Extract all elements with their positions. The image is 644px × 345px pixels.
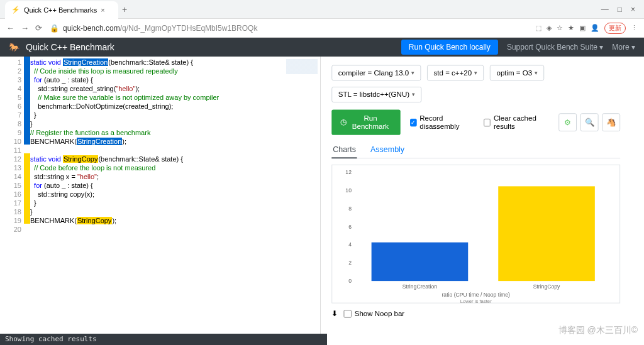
optim-select[interactable]: optim = O3 xyxy=(490,65,544,80)
line-gutter: 1234567891011121314151617181920 xyxy=(0,57,24,234)
extension-icon[interactable]: ⬚ xyxy=(535,24,541,32)
chart-axis-subtitle: Lower is faster xyxy=(332,298,619,304)
lock-icon: 🔒 xyxy=(50,24,59,33)
browser-titlebar: ⚡ Quick C++ Benchmarks × + — □ × xyxy=(0,0,644,19)
godbolt-icon[interactable]: ⚙ xyxy=(558,113,577,131)
back-icon[interactable]: ← xyxy=(6,23,14,33)
code-editor[interactable]: 1234567891011121314151617181920 static v… xyxy=(0,57,321,334)
tab-favicon: ⚡ xyxy=(11,6,20,14)
stopwatch-icon: ◷ xyxy=(340,118,347,126)
record-disassembly-checkbox[interactable]: ✓Record disassembly xyxy=(410,114,474,131)
watermark: 博客园 @木三百川© xyxy=(558,325,638,336)
minimap[interactable] xyxy=(286,59,318,84)
results-panel: compiler = Clang 13.0 std = c++20 optim … xyxy=(321,57,631,322)
search-icon[interactable]: 🔍 xyxy=(580,113,599,131)
share-icon[interactable]: 🐴 xyxy=(602,113,620,131)
browser-tab[interactable]: ⚡ Quick C++ Benchmarks × xyxy=(5,1,118,19)
minimize-icon[interactable]: — xyxy=(601,5,609,14)
menu-icon[interactable]: ⋮ xyxy=(631,24,638,32)
compiler-select[interactable]: compiler = Clang 13.0 xyxy=(331,65,421,80)
support-link[interactable]: Support Quick Bench Suite ▾ xyxy=(507,43,603,52)
url-input[interactable]: 🔒 quick-bench.com/q/Nd-_MgmOpYTDHsEqMbI5… xyxy=(50,24,257,33)
clear-cache-checkbox[interactable]: Clear cached results xyxy=(484,114,549,131)
more-link[interactable]: More ▾ xyxy=(612,43,635,52)
tab-title: Quick C++ Benchmarks xyxy=(24,6,97,14)
app-header: 🐎 Quick C++ Benchmark Run Quick Bench lo… xyxy=(0,38,644,57)
app-title: Quick C++ Benchmark xyxy=(26,42,114,52)
download-icon[interactable]: ⬇ xyxy=(331,309,338,317)
stl-select[interactable]: STL = libstdc++(GNU) xyxy=(331,87,421,102)
std-select[interactable]: std = c++20 xyxy=(427,65,484,80)
extension-icon[interactable]: ★ xyxy=(568,24,574,32)
code-content[interactable]: static void StringCreation(benchmark::St… xyxy=(30,57,219,234)
tab-charts[interactable]: Charts xyxy=(331,141,357,158)
show-noop-checkbox[interactable]: Show Noop bar xyxy=(343,309,404,317)
url-path: /q/Nd-_MgmOpYTDHsEqMbI5w1BROQk xyxy=(120,24,258,33)
extension-icon[interactable]: ▣ xyxy=(579,24,586,32)
update-button[interactable]: 更新 xyxy=(604,23,626,34)
chart: 024681012 StringCreationStringCopy ratio… xyxy=(331,165,620,304)
logo-icon: 🐎 xyxy=(9,42,19,52)
address-bar: ← → ⟳ 🔒 quick-bench.com/q/Nd-_MgmOpYTDHs… xyxy=(0,19,644,38)
new-tab-button[interactable]: + xyxy=(122,4,127,14)
url-host: quick-bench.com xyxy=(63,24,120,33)
close-icon[interactable]: × xyxy=(101,6,104,14)
reload-icon[interactable]: ⟳ xyxy=(35,23,42,33)
profile-icon[interactable]: 👤 xyxy=(591,24,599,32)
extension-icon[interactable]: ◈ xyxy=(547,24,552,32)
run-benchmark-button[interactable]: ◷Run Benchmark xyxy=(331,109,400,134)
line-marks xyxy=(24,57,30,233)
status-bar: Showing cached results xyxy=(0,334,327,345)
forward-icon[interactable]: → xyxy=(21,23,29,33)
close-window-icon[interactable]: × xyxy=(631,5,635,14)
chart-axis-title: ratio (CPU time / Noop time) xyxy=(332,292,619,298)
maximize-icon[interactable]: □ xyxy=(618,5,622,14)
tab-assembly[interactable]: Assembly xyxy=(369,141,406,158)
run-local-button[interactable]: Run Quick Bench locally xyxy=(401,40,498,55)
window-controls: — □ × xyxy=(601,5,644,14)
extension-icon[interactable]: ☆ xyxy=(557,24,563,32)
